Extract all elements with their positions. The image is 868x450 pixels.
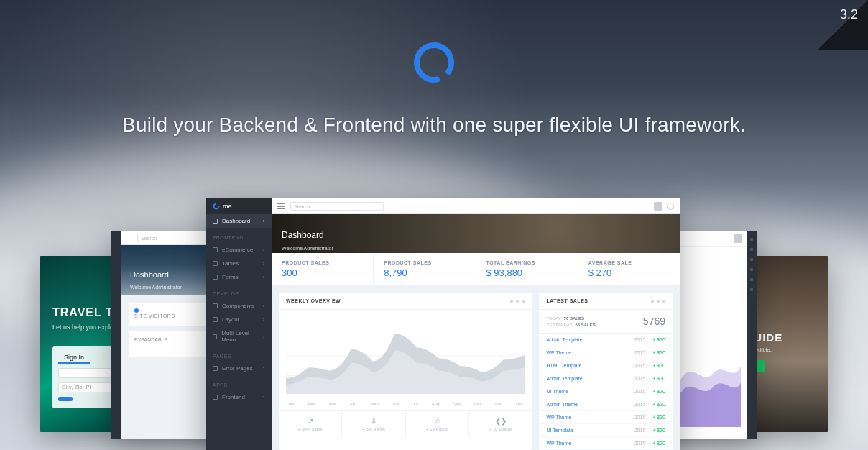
- foot-icon: ❮❯: [469, 417, 532, 425]
- chevron-right-icon: ›: [263, 317, 264, 322]
- sidebar-item-label: Tables: [222, 260, 239, 267]
- row-name: WP Theme: [546, 415, 571, 420]
- row-name: Admin Template: [546, 337, 582, 342]
- foot-label: + 10 Shares: [469, 427, 532, 431]
- row-amount: + $30: [652, 415, 665, 420]
- table-row[interactable]: Admin Template2015+ $30: [539, 334, 673, 346]
- latest-big-value: 5769: [643, 316, 665, 327]
- row-year: 2015: [634, 402, 646, 407]
- left-hero-sub: Welcome Administrator: [130, 285, 182, 290]
- avatar-icon[interactable]: [734, 234, 742, 243]
- row-amount: + $30: [652, 363, 665, 368]
- stat-value: $ 270: [588, 267, 670, 278]
- panel-weekly-overview: WEEKLY OVERVIEW JanFebMarAprMayJunJulAug…: [279, 293, 532, 450]
- chevron-right-icon: ›: [263, 219, 264, 224]
- sidebar-item[interactable]: Components›: [206, 299, 272, 313]
- foot-icon: ↗: [279, 417, 341, 425]
- svg-point-1: [214, 204, 219, 209]
- axis-tick: Aug: [432, 402, 440, 406]
- row-amount: + $30: [652, 441, 665, 446]
- sidebar-item[interactable]: Forms›: [206, 270, 272, 284]
- nav-icon: [213, 334, 217, 339]
- panel-latest-title: LATEST SALES: [546, 298, 588, 303]
- chart-footer: ↗+ 20% Sales⇩+ 5% Views☆+ 18 Rating❮❯+ 1…: [279, 410, 532, 437]
- latest-summary: TODAY70 SALES YESTERDAY66 SALES 5769: [539, 310, 673, 334]
- search-input[interactable]: Search: [290, 202, 384, 211]
- table-row[interactable]: WP Theme2015+ $30: [539, 346, 673, 359]
- row-amount: + $30: [652, 402, 665, 407]
- stat-label: TOTAL EARNINGS: [486, 260, 568, 265]
- tab-signup[interactable]: [92, 357, 103, 359]
- right-rail: [747, 231, 757, 439]
- axis-tick: Feb: [308, 402, 315, 406]
- nav-icon: [213, 395, 218, 400]
- row-name: Admin Template: [546, 376, 582, 381]
- axis-tick: Dec: [516, 402, 524, 406]
- row-name: UI Template: [546, 428, 573, 433]
- sidebar-item-label: Frontend: [222, 394, 245, 400]
- sidebar-item[interactable]: Dashboard›: [206, 214, 272, 228]
- row-year: 2015: [634, 337, 646, 342]
- table-row[interactable]: UI Template2015+ $30: [539, 424, 673, 437]
- sidebar-item[interactable]: Multi-Level Menu›: [206, 326, 272, 346]
- row-amount: + $30: [652, 337, 665, 342]
- chevron-right-icon: ›: [263, 395, 264, 400]
- table-row[interactable]: UI Theme2015+ $30: [539, 385, 673, 398]
- stat-card: TOTAL EARNINGS$ 93,880: [476, 253, 578, 285]
- main-topbar: Search: [272, 198, 680, 214]
- table-row[interactable]: WP Theme2015+ $30: [539, 437, 673, 450]
- main-hero: Dashboard Welcome Administrator: [272, 214, 680, 253]
- login-submit-button[interactable]: [58, 397, 73, 401]
- chart-foot-cell[interactable]: ❮❯+ 10 Shares: [469, 411, 532, 437]
- weekly-chart: [279, 310, 532, 400]
- yesterday-block: YESTERDAY66 SALES: [546, 323, 595, 327]
- page-subtitle: Welcome Administrator: [282, 246, 333, 251]
- chart-foot-cell[interactable]: ☆+ 18 Rating: [406, 411, 469, 437]
- preview-dashboard-main: me Dashboard›FRONTENDeCommerce›Tables›Fo…: [206, 198, 680, 450]
- page-title: Dashboard: [282, 230, 680, 240]
- sidebar-item-label: eCommerce: [222, 247, 254, 253]
- panels-row: WEEKLY OVERVIEW JanFebMarAprMayJunJulAug…: [272, 285, 680, 450]
- row-name: WP Theme: [546, 350, 571, 355]
- sidebar: me Dashboard›FRONTENDeCommerce›Tables›Fo…: [206, 198, 272, 450]
- sidebar-item-label: Components: [222, 303, 254, 309]
- stat-card: AVERAGE SALE$ 270: [578, 253, 680, 285]
- row-year: 2015: [634, 441, 646, 446]
- sidebar-item[interactable]: Error Pages›: [206, 362, 272, 375]
- row-amount: + $30: [652, 376, 665, 381]
- chart-foot-cell[interactable]: ↗+ 20% Sales: [279, 411, 342, 437]
- brand-text: me: [223, 203, 232, 210]
- chart-foot-cell[interactable]: ⇩+ 5% Views: [342, 411, 405, 437]
- stat-card: PRODUCT SALES300: [272, 253, 374, 285]
- search-input[interactable]: Search: [137, 234, 180, 242]
- svg-point-0: [414, 42, 454, 83]
- axis-tick: Apr: [350, 402, 356, 406]
- user-avatar[interactable]: [654, 202, 662, 211]
- today-block: TODAY70 SALES: [546, 316, 595, 321]
- axis-tick: Jul: [412, 402, 418, 406]
- panel-tools[interactable]: [651, 300, 665, 303]
- row-year: 2015: [634, 376, 646, 381]
- foot-label: + 18 Rating: [406, 427, 468, 431]
- chevron-right-icon: ›: [263, 275, 264, 280]
- panel-chart-title: WEEKLY OVERVIEW: [286, 298, 341, 303]
- sidebar-item[interactable]: eCommerce›: [206, 243, 272, 257]
- brand[interactable]: me: [206, 198, 272, 214]
- tab-signin[interactable]: Sign In: [58, 352, 90, 364]
- table-row[interactable]: HTML Template2015+ $30: [539, 359, 673, 372]
- nav-icon: [213, 219, 218, 224]
- axis-tick: Oct: [474, 402, 481, 406]
- axis-tick: Sep: [453, 402, 461, 406]
- table-row[interactable]: WP Theme2015+ $30: [539, 411, 673, 424]
- table-row[interactable]: Admin Template2015+ $30: [539, 372, 673, 385]
- left-rail: [111, 231, 121, 439]
- row-year: 2015: [634, 415, 646, 420]
- sidebar-item[interactable]: Tables›: [206, 257, 272, 270]
- panel-tools[interactable]: [510, 300, 525, 303]
- foot-label: + 20% Sales: [279, 427, 341, 431]
- menu-toggle-icon[interactable]: [277, 203, 285, 209]
- sidebar-item[interactable]: Frontend›: [206, 390, 272, 404]
- notifications-icon[interactable]: [667, 203, 674, 210]
- sidebar-item[interactable]: Layout›: [206, 313, 272, 326]
- table-row[interactable]: Admin Theme2015+ $30: [539, 398, 673, 411]
